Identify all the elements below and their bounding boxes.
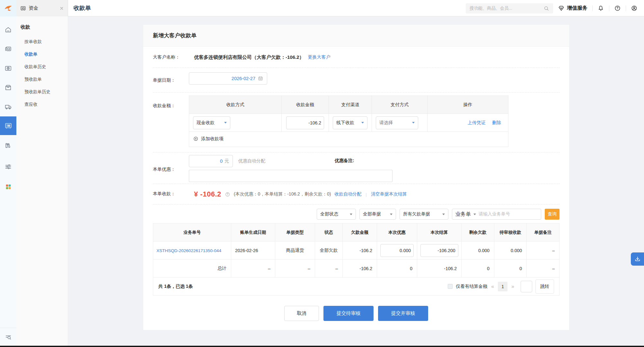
- bills-table: 业务单号 账单生成日期 单据类型 状态 欠款金额 本次优惠 本次结算 剩余欠款 …: [153, 223, 560, 296]
- total-pending: 0: [494, 260, 527, 278]
- menu-item-receipt-history[interactable]: 收款单历史: [16, 60, 68, 73]
- bizno-search-combo[interactable]: 业务单 请输入业务单号: [452, 209, 541, 220]
- payment-label: 收款金额：: [153, 103, 175, 109]
- menu-item-advance-history[interactable]: 预收款单历史: [16, 86, 68, 98]
- hint-icon[interactable]: [225, 192, 230, 197]
- divider: [626, 5, 626, 11]
- date-row: 单据日期： 2026-02-27: [153, 68, 560, 93]
- rail-search-menu-icon[interactable]: [0, 328, 16, 346]
- row-settle-input[interactable]: [420, 244, 458, 257]
- total-label: 总计: [153, 260, 231, 278]
- logo-icon: [4, 4, 13, 13]
- total-discount: 0: [377, 260, 417, 278]
- filter-bar: 全部状态 全部单据 所有欠款单据 业务单 请输入业务单号 查询: [153, 205, 560, 220]
- account-icon[interactable]: [631, 5, 638, 12]
- rail-settings-icon[interactable]: [0, 157, 16, 176]
- global-search-input[interactable]: 搜功能、商品、会员...: [466, 3, 553, 14]
- receipt-detail: (本次优惠：0，本单结算：-106.2，剩余欠款：0): [234, 191, 331, 197]
- menu-item-receipt-bill[interactable]: 收款单: [16, 48, 68, 60]
- close-icon[interactable]: [59, 6, 64, 11]
- prev-page-button[interactable]: «: [490, 284, 495, 289]
- page-number[interactable]: 1: [498, 282, 507, 291]
- bizno-type-value: 业务单: [455, 211, 471, 218]
- receive-amount-input[interactable]: [286, 116, 324, 129]
- paymethod-select[interactable]: 请选择: [376, 116, 418, 129]
- menu-item-check-receivable[interactable]: 查应收: [16, 98, 68, 111]
- app-logo[interactable]: [0, 0, 16, 16]
- delete-link[interactable]: 删除: [492, 120, 501, 125]
- date-label: 单据日期：: [153, 78, 175, 83]
- rail-home-icon[interactable]: [0, 20, 16, 39]
- upload-voucher-link[interactable]: 上传凭证: [468, 120, 486, 125]
- rail-apps-icon[interactable]: [0, 178, 16, 196]
- chevron-down-icon: [361, 122, 364, 123]
- menu-item-order-receipt[interactable]: 按单收款: [16, 35, 68, 48]
- total-col2: –: [231, 260, 275, 278]
- discount-auto-label: 优惠自动分配: [238, 158, 265, 164]
- status-filter-select[interactable]: 全部状态: [317, 209, 356, 220]
- total-row: 总计 – – – -106.2 0 -106.2 0 0 –: [153, 260, 560, 278]
- discount-note-input[interactable]: [189, 170, 393, 182]
- payment-col-channel: 支付渠道: [329, 96, 372, 114]
- status-filter-value: 全部状态: [320, 211, 338, 217]
- discount-unit: 元: [225, 158, 229, 164]
- bizno-placeholder: 请输入业务单号: [479, 211, 510, 217]
- help-icon[interactable]: [614, 5, 621, 12]
- add-payment-item-button[interactable]: 添加收款项: [193, 136, 224, 142]
- vas-label: 增值服务: [567, 5, 587, 12]
- next-page-button[interactable]: »: [511, 284, 515, 289]
- submit-pending-button[interactable]: 提交待审核: [323, 306, 374, 321]
- debt-filter-value: 所有欠款单据: [403, 211, 430, 217]
- circle-plus-icon: [193, 136, 198, 142]
- bill-no-link[interactable]: XSTHSQD-20260226171350-044: [156, 248, 221, 253]
- safe-icon: [20, 5, 26, 11]
- download-button[interactable]: [631, 252, 644, 266]
- rail-pos-icon[interactable]: [0, 40, 16, 58]
- only-settled-checkbox[interactable]: [448, 284, 453, 289]
- cancel-button[interactable]: 取消: [284, 306, 319, 321]
- download-icon: [634, 256, 641, 263]
- method-select[interactable]: 现金收款: [193, 116, 230, 129]
- rail-money-icon[interactable]: [0, 59, 16, 78]
- total-remain: 0: [462, 260, 494, 278]
- cell-status: 全部欠款: [315, 242, 343, 260]
- rail-ledger-icon[interactable]: [0, 136, 16, 155]
- clear-settlement-link[interactable]: 清空单据本次结算: [371, 191, 407, 197]
- divider: [592, 5, 593, 11]
- rail-truck-icon[interactable]: [0, 97, 16, 116]
- topbar: 资金 收款单 搜功能、商品、会员... 增值服务: [0, 0, 644, 16]
- search-placeholder: 搜功能、商品、会员...: [470, 5, 512, 11]
- chevron-down-icon: [224, 122, 227, 123]
- receipt-amount: ¥ -106.2: [194, 190, 221, 198]
- discount-note-label: 优惠备注:: [335, 158, 354, 164]
- calendar-icon: [258, 76, 263, 81]
- col-doc-type: 单据类型: [275, 224, 315, 242]
- vas-button[interactable]: 增值服务: [558, 5, 587, 12]
- query-button[interactable]: 查询: [545, 209, 560, 220]
- change-customer-link[interactable]: 更换大客户: [308, 54, 331, 60]
- doc-filter-select[interactable]: 全部单据: [359, 209, 396, 220]
- date-input[interactable]: 2026-02-27: [189, 72, 267, 85]
- submit-audit-button[interactable]: 提交并审核: [378, 306, 428, 321]
- notifications-icon[interactable]: [597, 5, 604, 12]
- customer-label: 大客户名称：: [153, 54, 180, 60]
- row-discount-input[interactable]: [380, 244, 414, 257]
- chevron-down-icon: [473, 214, 476, 215]
- jump-button[interactable]: 跳转: [535, 279, 554, 294]
- search-icon[interactable]: [543, 5, 549, 11]
- menu-item-advance-receipt[interactable]: 预收款单: [16, 73, 68, 86]
- chevron-down-icon: [350, 214, 352, 215]
- cell-note: –: [527, 242, 560, 260]
- rail-funds-icon[interactable]: [0, 116, 16, 135]
- auto-allocate-link[interactable]: 收款自动分配: [334, 191, 361, 197]
- table-footer-row: 共 1条，已选 1条 仅看有结算金额 « 1 » 跳转: [153, 278, 560, 296]
- payment-table: 收款方式 收款金额 支付渠道 支付方式 操作 现金收款: [189, 96, 508, 147]
- module-tab-funds[interactable]: 资金: [16, 0, 68, 16]
- rail-package-icon[interactable]: [0, 78, 16, 97]
- cell-pending: 0.000: [494, 242, 527, 260]
- channel-select[interactable]: 线下收款: [333, 116, 367, 129]
- chevron-down-icon: [442, 214, 445, 215]
- debt-filter-select[interactable]: 所有欠款单据: [400, 209, 448, 220]
- jump-page-input[interactable]: [521, 281, 532, 292]
- discount-input[interactable]: 0 元: [189, 155, 233, 167]
